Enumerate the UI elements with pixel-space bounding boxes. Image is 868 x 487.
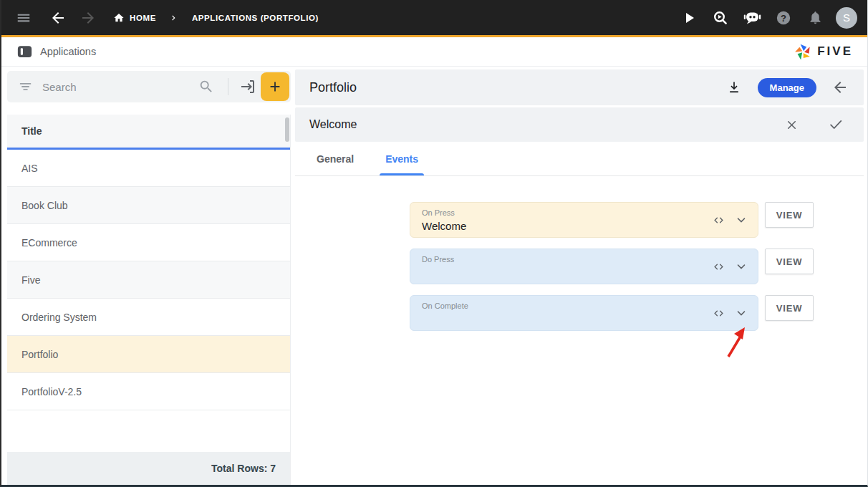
field-on-complete[interactable]: On Complete bbox=[410, 295, 758, 331]
panel-title: Portfolio bbox=[309, 80, 722, 95]
view-on-press-button[interactable]: VIEW bbox=[765, 202, 814, 228]
table-empty-space bbox=[7, 410, 290, 452]
row-title: Book Club bbox=[21, 200, 68, 211]
row-title: AIS bbox=[21, 163, 38, 174]
applications-icon bbox=[17, 45, 32, 58]
table-row-ordering-system[interactable]: Ordering System bbox=[7, 299, 290, 336]
avatar-initial: S bbox=[843, 11, 850, 24]
filter-icon[interactable] bbox=[18, 79, 34, 95]
five-pinwheel-icon bbox=[794, 42, 813, 62]
code-icon[interactable] bbox=[710, 259, 726, 274]
table-row-ecommerce[interactable]: ECommerce bbox=[7, 224, 290, 261]
code-icon[interactable] bbox=[710, 305, 726, 321]
back-icon[interactable] bbox=[46, 6, 70, 30]
brand-name: FIVE bbox=[817, 44, 853, 59]
menu-icon[interactable] bbox=[11, 6, 36, 30]
section-label: Applications bbox=[40, 46, 96, 57]
confirm-icon[interactable] bbox=[824, 112, 848, 137]
table-row-portfolio[interactable]: Portfolio bbox=[7, 336, 290, 373]
total-rows-label: Total Rows: 7 bbox=[211, 463, 276, 474]
row-title: Ordering System bbox=[21, 312, 97, 323]
divider bbox=[228, 78, 228, 95]
help-icon[interactable]: ? bbox=[771, 6, 796, 30]
table-row-five[interactable]: Five bbox=[7, 261, 290, 299]
forward-icon[interactable] bbox=[76, 6, 100, 30]
svg-text:?: ? bbox=[781, 12, 786, 23]
applications-list-panel: Title AIS Book Club ECommerce Five Order… bbox=[7, 67, 291, 485]
breadcrumb-current: APPLICATIONS (PORTFOLIO) bbox=[192, 14, 319, 22]
on-press-chevron-down-icon[interactable] bbox=[733, 212, 749, 228]
back-arrow-icon[interactable] bbox=[828, 75, 852, 100]
view-do-press-button[interactable]: VIEW bbox=[765, 249, 814, 274]
field-label: On Complete bbox=[422, 302, 708, 311]
app-window: HOME APPLICATIONS (PORTFOLIO) bbox=[0, 0, 868, 487]
welcome-header: Welcome bbox=[295, 107, 864, 142]
events-tab-content: On Press Welcome VIEW bbox=[295, 176, 864, 331]
breadcrumb-home-label: HOME bbox=[130, 14, 156, 22]
column-header-title[interactable]: Title bbox=[7, 115, 290, 150]
table-row-ais[interactable]: AIS bbox=[7, 150, 290, 187]
code-icon[interactable] bbox=[710, 212, 726, 228]
applications-table: Title AIS Book Club ECommerce Five Order… bbox=[7, 115, 291, 485]
row-title: PortfolioV-2.5 bbox=[21, 386, 82, 397]
close-icon[interactable] bbox=[779, 112, 804, 137]
notifications-icon[interactable] bbox=[803, 6, 827, 30]
row-title: Portfolio bbox=[21, 349, 58, 360]
row-title: Five bbox=[21, 274, 40, 286]
record-title: Welcome bbox=[309, 118, 779, 131]
field-label: Do Press bbox=[422, 255, 708, 264]
chevron-down-icon[interactable] bbox=[733, 305, 749, 321]
table-row-book-club[interactable]: Book Club bbox=[7, 187, 290, 224]
field-label: On Press bbox=[422, 208, 708, 218]
search-icon[interactable] bbox=[193, 74, 219, 100]
home-icon bbox=[113, 12, 125, 24]
preview-icon[interactable] bbox=[708, 6, 733, 30]
search-input[interactable] bbox=[42, 81, 193, 93]
search-bar bbox=[7, 71, 291, 102]
tab-events[interactable]: Events bbox=[382, 153, 421, 175]
download-icon[interactable] bbox=[722, 75, 746, 100]
run-icon[interactable] bbox=[677, 6, 701, 30]
breadcrumb-chevron-icon bbox=[162, 6, 186, 30]
field-on-press[interactable]: On Press Welcome bbox=[410, 202, 758, 238]
welcome-record-card: Welcome General Events On Press bbox=[295, 107, 864, 485]
tab-general[interactable]: General bbox=[314, 153, 357, 175]
column-header-label: Title bbox=[21, 125, 42, 137]
breadcrumb-home[interactable]: HOME bbox=[113, 12, 156, 24]
section-header-bar: Applications FIVE bbox=[1, 37, 867, 67]
portfolio-header: Portfolio Manage bbox=[295, 69, 864, 105]
record-tabs: General Events bbox=[295, 142, 864, 176]
brand-logo: FIVE bbox=[794, 42, 853, 62]
chevron-down-icon[interactable] bbox=[733, 259, 749, 274]
scrollbar-thumb[interactable] bbox=[285, 117, 289, 142]
portfolio-detail-panel: Portfolio Manage Welcome bbox=[295, 67, 864, 485]
field-value: Welcome bbox=[422, 219, 708, 233]
manage-button[interactable]: Manage bbox=[758, 78, 816, 97]
row-title: ECommerce bbox=[21, 237, 77, 249]
table-row-portfoliov25[interactable]: PortfolioV-2.5 bbox=[7, 373, 290, 410]
top-navigation-bar: HOME APPLICATIONS (PORTFOLIO) bbox=[1, 0, 867, 37]
add-application-button[interactable] bbox=[261, 72, 289, 101]
chatbot-icon[interactable] bbox=[740, 6, 764, 30]
avatar[interactable]: S bbox=[836, 7, 857, 29]
add-icon bbox=[267, 79, 283, 95]
table-footer: Total Rows: 7 bbox=[7, 452, 290, 485]
field-do-press[interactable]: Do Press bbox=[410, 249, 758, 284]
import-icon[interactable] bbox=[235, 74, 261, 100]
view-on-complete-button[interactable]: VIEW bbox=[765, 295, 814, 321]
